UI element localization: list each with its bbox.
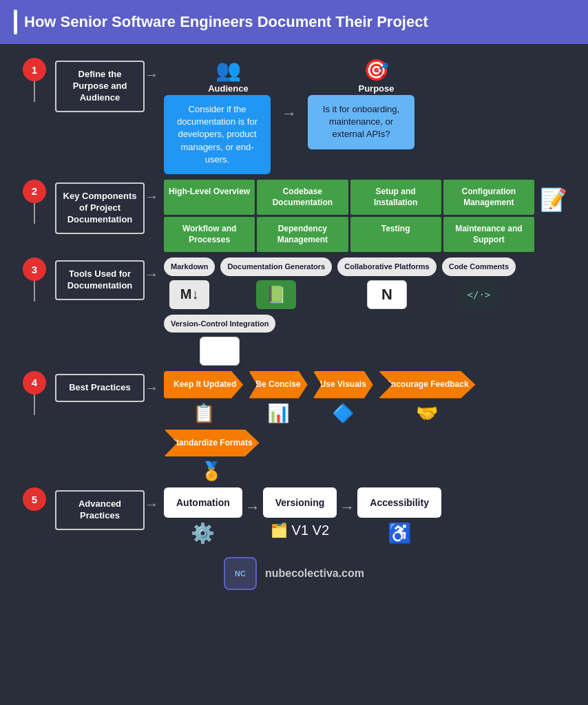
arrow-icon-2: → — [145, 189, 158, 203]
practice-icon-0: 📋 — [193, 403, 215, 424]
arrow-icon-3: → — [145, 267, 158, 281]
section-row-5: 5 Advanced Practices → Automation ⚙️ → V… — [21, 487, 567, 545]
grid-cell-4: Workflow and Processes — [164, 217, 255, 252]
label-col-3: Tools Used for Documentation — [55, 259, 145, 300]
section-row-2: 2 Key Components of Project Documentatio… — [21, 180, 567, 252]
tool-label-markdown: Markdown — [164, 257, 215, 275]
header: How Senior Software Engineers Document T… — [0, 0, 588, 44]
arrow-1: → — [145, 58, 164, 81]
adv-icon-0: ⚙️ — [191, 522, 215, 545]
section2-content: High-Level Overview Codebase Documentati… — [164, 180, 567, 252]
section3-content: Markdown M↓ Documentation Generators 📗 C… — [164, 257, 567, 366]
step-circle-1: 1 — [23, 58, 46, 81]
tool-icon-vcs: ⊙ — [200, 337, 240, 366]
practice-icon-4: 🏅 — [200, 461, 222, 482]
step-col-3: 3 — [21, 257, 48, 302]
tool-label-docgen: Documentation Generators — [220, 257, 332, 275]
step-circle-2: 2 — [23, 180, 46, 203]
docgen-icon: 📗 — [266, 285, 286, 304]
grid-cell-6: Testing — [350, 217, 441, 252]
tool-label-collab: Collaborative Platforms — [337, 257, 436, 275]
audience-icon-cell: 👥 Audience — [175, 58, 282, 94]
practices-row: Keep It Updated 📋 Be Concise 📊 Use Visua… — [164, 371, 567, 482]
practice-feedback: Encourage Feedback 🤝 — [379, 371, 476, 424]
step-circle-5: 5 — [23, 487, 46, 511]
practice-concise: Be Concise 📊 — [249, 371, 307, 424]
step-line-1 — [34, 81, 35, 102]
practice-standards: Standardize Formats 🏅 — [164, 430, 260, 483]
audience-label: Audience — [208, 83, 249, 94]
arrow-icon-5: → — [145, 497, 158, 511]
code-icon: </·> — [468, 289, 491, 300]
s2-inner: High-Level Overview Codebase Documentati… — [164, 180, 567, 252]
tool-icon-collab: N — [367, 280, 407, 309]
purpose-icon-cell: 🎯 Purpose — [323, 58, 430, 94]
page-title: How Senior Software Engineers Document T… — [24, 13, 428, 31]
adv-label-2: Accessibility — [357, 487, 441, 518]
practice-label-1: Be Concise — [249, 371, 307, 399]
header-bar — [14, 10, 17, 34]
tool-icon-comments: </·> — [459, 280, 498, 309]
s1-boxes: Consider if the documentation is for dev… — [164, 95, 567, 174]
step-col-1: 1 — [21, 58, 48, 102]
label-col-2: Key Components of Project Documentation — [55, 181, 145, 234]
purpose-icon: 🎯 — [364, 58, 389, 82]
adv-versioning: Versioning 🗂️ V1 V2 — [263, 487, 337, 538]
label-col-4: Best Practices — [55, 372, 145, 402]
tool-icon-docgen: 📗 — [256, 280, 296, 309]
practice-icon-3: 🤝 — [416, 403, 438, 424]
s1-box-arrow: → — [282, 95, 297, 123]
practice-label-0: Keep It Updated — [164, 371, 243, 399]
green-grid: High-Level Overview Codebase Documentati… — [164, 180, 534, 252]
notion-icon: N — [381, 286, 392, 304]
arrow-icon-4: → — [145, 381, 158, 394]
grid-cell-3: Configuration Management — [443, 180, 534, 215]
nc-logo: NC — [224, 557, 257, 590]
step-line-4 — [34, 394, 35, 415]
adv-icon-2: ♿ — [388, 522, 412, 545]
arrow-5: → — [145, 487, 164, 511]
adv-automation: Automation ⚙️ — [164, 487, 242, 545]
section4-content: Keep It Updated 📋 Be Concise 📊 Use Visua… — [164, 371, 567, 482]
practice-icon-1: 📊 — [267, 403, 289, 424]
tool-comments: Code Comments </·> — [442, 257, 516, 308]
section5-content: Automation ⚙️ → Versioning 🗂️ V1 V2 → Ac… — [164, 487, 567, 545]
tool-label-comments: Code Comments — [442, 257, 516, 275]
step-col-4: 4 — [21, 371, 48, 415]
adv-arrow-1: → — [337, 487, 357, 516]
grid-cell-7: Maintenance and Support — [443, 217, 534, 252]
practice-label-3: Encourage Feedback — [379, 371, 476, 399]
purpose-box: Is it for onboarding, maintenance, or ex… — [308, 95, 414, 149]
main-content: 1 Define the Purpose and Audience → 👥 Au… — [0, 44, 588, 618]
arrow-3: → — [145, 257, 164, 281]
step-col-5: 5 — [21, 487, 48, 511]
tool-collab: Collaborative Platforms N — [337, 257, 436, 308]
footer: NC nubecolectiva.com — [21, 545, 567, 597]
grid-cell-5: Dependency Management — [257, 217, 348, 252]
practice-icon-2: 🔷 — [332, 403, 354, 424]
adv-icon-1: 🗂️ V1 V2 — [271, 522, 329, 538]
step-line-2 — [34, 203, 35, 224]
grid-cell-2: Setup and Installation — [350, 180, 441, 215]
practice-visuals: Use Visuals 🔷 — [313, 371, 373, 424]
tool-label-vcs: Version-Control Integration — [164, 315, 275, 333]
section1-content: 👥 Audience 🎯 Purpose Consider if the doc… — [164, 58, 567, 174]
s1-icons-row: 👥 Audience 🎯 Purpose — [164, 58, 567, 94]
tool-markdown: Markdown M↓ — [164, 257, 215, 308]
adv-arrow-0: → — [242, 487, 263, 516]
step-col-2: 2 — [21, 180, 48, 224]
label-col-5: Advanced Practices — [55, 489, 145, 530]
arrow-4: → — [145, 371, 164, 394]
audience-box: Consider if the documentation is for dev… — [164, 95, 271, 174]
notepad-icon: 📝 — [540, 187, 567, 213]
github-icon: ⊙ — [213, 341, 227, 361]
step-label-2: Key Components of Project Documentation — [55, 182, 145, 234]
purpose-label: Purpose — [358, 83, 394, 94]
practice-label-4: Standardize Formats — [164, 430, 260, 457]
step-label-5: Advanced Practices — [55, 490, 145, 530]
tool-vcs: Version-Control Integration ⊙ — [164, 315, 275, 366]
step-circle-4: 4 — [23, 371, 46, 394]
step-label-1: Define the Purpose and Audience — [55, 61, 145, 112]
practice-keep-updated: Keep It Updated 📋 — [164, 371, 243, 424]
step-line-3 — [34, 281, 35, 302]
